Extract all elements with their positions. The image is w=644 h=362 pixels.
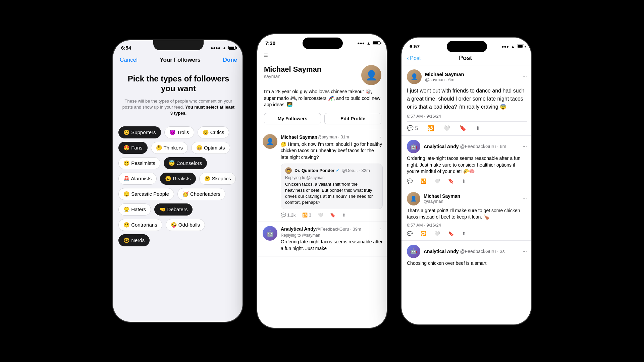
post-like-action[interactable]: 🤍 <box>443 125 450 131</box>
quoted-handle-1: @Dee... · 32m <box>342 168 370 173</box>
edit-profile-button[interactable]: Edit Profile <box>324 113 381 124</box>
reply-comment-2[interactable]: 💬 <box>407 231 413 236</box>
reply-name-2: Michael Sayman <box>424 193 460 199</box>
reply-handle-2: @sayman <box>424 199 460 204</box>
tag-critics[interactable]: 🤨 Critics <box>198 126 229 138</box>
back-chevron: ‹ <box>407 55 409 61</box>
tweet-body-1: Michael Sayman @sayman · 31m ··· 🤔 Hmm, … <box>281 134 383 218</box>
comment-action-1[interactable]: 💬 1.2k <box>281 213 296 218</box>
tag-cheerleaders[interactable]: 🥳 Cheerleaders <box>177 188 225 200</box>
wifi-icon-3: ▲ <box>511 44 515 49</box>
back-button[interactable]: ‹ Post <box>407 55 421 61</box>
reply-bookmark-1[interactable]: 🔖 <box>448 178 454 184</box>
reply-more-1[interactable]: ··· <box>523 143 527 149</box>
follower-content: Pick the types of followers you want The… <box>113 67 243 123</box>
tag-sarcastic[interactable]: 😏 Sarcastic People <box>118 188 174 200</box>
screen-2: 7:30 ●●● ▲ ≡ Michael Sayman sayman 👤 <box>257 34 387 328</box>
reply-share-2[interactable]: ⬆ <box>462 231 466 236</box>
tweet-header-2: Analytical Andy @FeedbackGuru · 39m ··· <box>281 226 383 232</box>
reply-retweet-1[interactable]: 🔁 <box>421 178 426 184</box>
cancel-button[interactable]: Cancel <box>120 57 138 63</box>
tweet-item-2: 🤖 Analytical Andy @FeedbackGuru · 39m ··… <box>257 222 387 256</box>
main-post: 👤 Michael Sayman @sayman · 6m ··· I just… <box>401 65 532 136</box>
tag-alarmists[interactable]: 🚨 Alarmists <box>118 173 157 185</box>
post-retweet-action[interactable]: 🔁 <box>427 125 434 131</box>
tag-oddballs[interactable]: 🤪 Odd-balls <box>166 219 205 231</box>
reply-share-1[interactable]: ⬆ <box>462 178 466 184</box>
reply-actions-2: 💬 🔁 🤍 🔖 ⬆ <box>407 231 527 236</box>
phone3-island <box>447 41 487 52</box>
reply-item-1: 🤖 Analytical Andy @FeedbackGuru · 6m ···… <box>401 136 532 188</box>
tag-skeptics[interactable]: 🤔 Skeptics <box>199 173 236 185</box>
done-button[interactable]: Done <box>223 57 237 63</box>
tag-contrarians[interactable]: 🤨 Contrarians <box>118 219 162 231</box>
reply-bookmark-2[interactable]: 🔖 <box>448 231 454 236</box>
phone1-notch <box>153 40 204 50</box>
tweet-more-1[interactable]: ··· <box>378 134 383 140</box>
bookmark-action-1[interactable]: 🔖 <box>330 213 335 218</box>
post-timestamp: 6:57 AM · 9/16/24 <box>407 114 527 119</box>
retweet-action-1[interactable]: 🔁 3 <box>302 213 311 218</box>
profile-avatar: 👤 <box>361 65 381 85</box>
tweet-replying-2: Replying to @sayman <box>281 233 383 238</box>
battery-icon-2 <box>373 41 380 45</box>
reply-user-3: Analytical Andy @FeedbackGuru · 3s <box>424 249 505 254</box>
menu-icon[interactable]: ≡ <box>257 48 387 62</box>
post-action-bar: 💬 5 🔁 🤍 🔖 ⬆ <box>407 121 527 131</box>
reply-actions-1: 💬 🔁 🤍 🔖 ⬆ <box>407 178 527 184</box>
tag-counselors[interactable]: 😇 Counselors <box>164 157 207 169</box>
reply-user-2: Michael Sayman @sayman <box>424 193 460 204</box>
reply-timestamp-2: 6:57 AM · 9/16/24 <box>407 223 527 228</box>
quoted-replying-1: Replying to @sayman <box>285 175 378 180</box>
phone-3: 6:57 ●●● ▲ ‹ Post Post 👤 <box>401 37 532 325</box>
tag-debaters[interactable]: 🤜 Debaters <box>154 203 193 216</box>
quoted-header-1: 🧑 Dr. Quinton Ponder ✓ @Dee... · 32m <box>285 167 378 174</box>
screen-1: 6:54 ●●●● ▲ Cancel Your Followers Done P… <box>113 40 243 322</box>
main-post-more[interactable]: ··· <box>523 74 527 80</box>
like-action-1[interactable]: 🤍 <box>318 213 323 218</box>
share-action-1[interactable]: ⬆ <box>342 213 346 218</box>
status-icons-1: ●●●● ▲ <box>211 46 236 50</box>
status-time-3: 6:57 <box>410 44 420 49</box>
reply-more-3[interactable]: ··· <box>523 248 527 254</box>
reply-retweet-2[interactable]: 🔁 <box>421 231 426 236</box>
reply-header-2: 👤 Michael Sayman @sayman ··· <box>407 192 527 205</box>
tag-nerds[interactable]: 🤓 Nerds <box>118 234 150 246</box>
battery-icon-3 <box>517 45 524 48</box>
tweet-body-2: Analytical Andy @FeedbackGuru · 39m ··· … <box>281 226 383 252</box>
reply-like-1[interactable]: 🤍 <box>434 178 440 184</box>
tag-pessimists[interactable]: 🙁 Pessimists <box>118 157 160 169</box>
tag-optimists[interactable]: 😄 Optimists <box>191 142 230 154</box>
nav-title-1: Your Followers <box>160 57 201 63</box>
reply-name-3: Analytical Andy @FeedbackGuru · 3s <box>424 249 505 254</box>
battery-icon-1 <box>228 46 236 50</box>
tags-container: 😊 Supporters 😈 Trolls 🤨 Critics 😍 Fans 🤔… <box>113 123 243 250</box>
tag-fans[interactable]: 😍 Fans <box>118 142 148 154</box>
reply-text-3: Choosing chicken over beef is a smart <box>407 260 527 267</box>
post-comment-action[interactable]: 💬 5 <box>407 125 418 131</box>
post-share-action[interactable]: ⬆ <box>476 125 480 131</box>
tweet-actions-1: 💬 1.2k 🔁 3 🤍 🔖 ⬆ <box>281 213 383 218</box>
tag-trolls[interactable]: 😈 Trolls <box>164 126 194 138</box>
post-bookmark-action[interactable]: 🔖 <box>460 125 466 131</box>
main-post-username: Michael Sayman <box>425 71 464 77</box>
my-followers-button[interactable]: My Followers <box>264 113 321 124</box>
reply-more-2[interactable]: ··· <box>523 196 527 202</box>
tag-supporters[interactable]: 😊 Supporters <box>118 126 161 138</box>
reply-avatar-3: 🤖 <box>407 245 420 258</box>
reply-item-2: 👤 Michael Sayman @sayman ··· That's a gr… <box>401 188 532 241</box>
tweet-username-2: Analytical Andy <box>281 226 316 232</box>
phone2-island <box>303 38 343 49</box>
back-label: Post <box>410 55 421 61</box>
tag-realists[interactable]: 😐 Realists <box>160 173 196 185</box>
reply-comment-1[interactable]: 💬 <box>407 178 413 184</box>
signal-icon-3: ●●● <box>501 44 509 49</box>
reply-like-2[interactable]: 🤍 <box>434 231 440 236</box>
tweet-handle-1: @sayman · 31m <box>317 134 349 139</box>
tweet-more-2[interactable]: ··· <box>378 226 383 232</box>
tag-haters[interactable]: 😤 Haters <box>118 203 151 216</box>
wifi-icon-1: ▲ <box>222 46 226 50</box>
tag-thinkers[interactable]: 🤔 Thinkers <box>151 142 188 154</box>
quoted-tweet-1: 🧑 Dr. Quinton Ponder ✓ @Dee... · 32m Rep… <box>281 164 383 209</box>
profile-name: Michael Sayman <box>264 65 321 74</box>
